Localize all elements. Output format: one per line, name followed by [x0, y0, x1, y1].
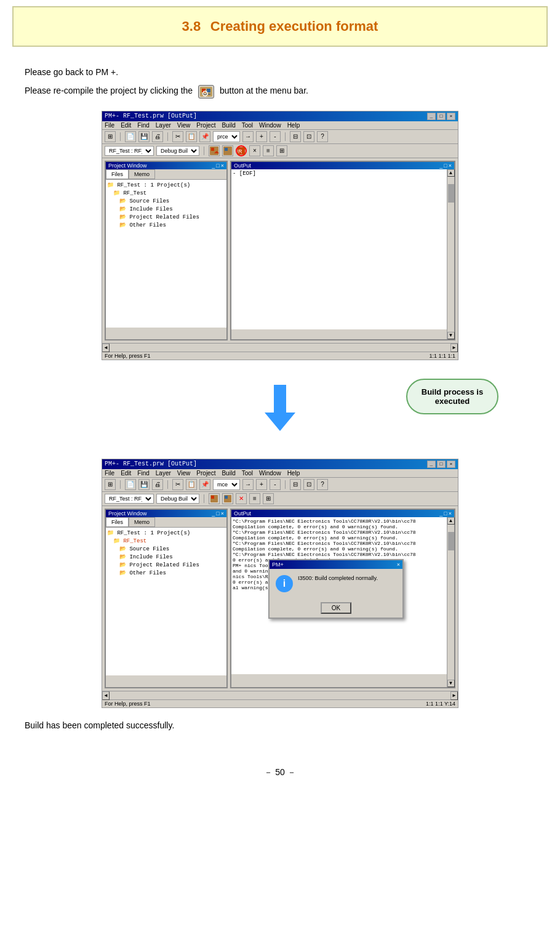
s2-toolbar-btn13[interactable]: ?: [317, 479, 328, 490]
s2-menu-edit[interactable]: Edit: [121, 470, 131, 477]
menu-file[interactable]: File: [105, 122, 114, 129]
rebuild-btn[interactable]: R: [236, 145, 247, 156]
s2-pw-min[interactable]: _: [212, 510, 215, 517]
pw-min[interactable]: _: [212, 163, 215, 169]
hscroll-left[interactable]: ◄: [102, 344, 110, 352]
toolbar-select-prce[interactable]: prce: [213, 131, 240, 142]
menu-edit[interactable]: Edit: [121, 122, 131, 129]
s2-maximize-button[interactable]: □: [437, 461, 446, 468]
s2-close-button[interactable]: ×: [447, 461, 455, 468]
s2-tab-files[interactable]: Files: [106, 517, 129, 527]
s2-scroll-down[interactable]: ▼: [447, 680, 455, 687]
s2-hscroll-right[interactable]: ►: [450, 691, 458, 700]
dialog-ok-button[interactable]: OK: [321, 602, 351, 614]
s2-tab-memo[interactable]: Memo: [129, 517, 155, 527]
s2-toolbar-btn8[interactable]: →: [242, 479, 254, 490]
s2-ow-close[interactable]: ×: [449, 510, 452, 517]
toolbar-btn10[interactable]: -: [270, 131, 281, 142]
s2-hscroll-left[interactable]: ◄: [102, 691, 110, 700]
s2-toolbar-btn11[interactable]: ⊟: [290, 479, 301, 490]
toolbar2-btn6[interactable]: ⊞: [276, 145, 287, 156]
s2-toolbar2-btn6[interactable]: ⊞: [263, 493, 274, 504]
scroll-down[interactable]: ▼: [447, 332, 455, 339]
s2-minimize-button[interactable]: _: [427, 461, 436, 468]
dialog-close[interactable]: ×: [397, 562, 400, 568]
minimize-button[interactable]: _: [427, 113, 436, 120]
menu-layer[interactable]: Layer: [156, 122, 171, 129]
ow-max[interactable]: □: [444, 163, 447, 169]
maximize-button[interactable]: □: [437, 113, 446, 120]
s2-toolbar-btn3[interactable]: 💾: [138, 479, 150, 490]
s2-menu-view[interactable]: View: [177, 470, 191, 477]
stop-btn[interactable]: ×: [249, 145, 260, 156]
toolbar2-btn5[interactable]: ≡: [263, 145, 274, 156]
toolbar-btn1[interactable]: ⊞: [105, 131, 116, 142]
menu-help[interactable]: Help: [287, 122, 300, 129]
menu-window[interactable]: Window: [259, 122, 281, 129]
s2-menu-build[interactable]: Build: [222, 470, 235, 477]
s2-toolbar-btn1[interactable]: ⊞: [105, 479, 116, 490]
s2-toolbar-btn5[interactable]: ✂: [172, 479, 183, 490]
scroll-thumb[interactable]: [448, 184, 454, 203]
build-btn[interactable]: [222, 145, 233, 156]
s2-toolbar-btn9[interactable]: +: [256, 479, 267, 490]
toolbar-btn2[interactable]: 📄: [125, 131, 136, 142]
toolbar-btn12[interactable]: ⊡: [303, 131, 314, 142]
menu-build[interactable]: Build: [222, 122, 235, 129]
s2-menu-find[interactable]: Find: [137, 470, 149, 477]
s2-build-btn[interactable]: [222, 493, 233, 504]
toolbar-btn9[interactable]: +: [256, 131, 267, 142]
scroll-up[interactable]: ▲: [447, 169, 455, 177]
s2-scroll-thumb[interactable]: [448, 532, 454, 550]
s2-menu-help[interactable]: Help: [287, 470, 300, 477]
toolbar-btn11[interactable]: ⊟: [290, 131, 301, 142]
s2-menu-window[interactable]: Window: [259, 470, 281, 477]
s2-pw-close[interactable]: ×: [221, 510, 224, 517]
menu-project[interactable]: Project: [196, 122, 215, 129]
toolbar-btn13[interactable]: ?: [317, 131, 328, 142]
s2-scroll-up[interactable]: ▲: [447, 517, 455, 525]
pw-close[interactable]: ×: [221, 163, 224, 169]
s2-toolbar-btn6[interactable]: 📋: [186, 479, 197, 490]
s2-menu-layer[interactable]: Layer: [156, 470, 171, 477]
s2-pw-max[interactable]: □: [216, 510, 219, 517]
menu-find[interactable]: Find: [137, 122, 149, 129]
screenshot1-scrollbar[interactable]: ▲ ▼: [447, 169, 454, 339]
toolbar-btn3[interactable]: 💾: [138, 131, 150, 142]
toolbar-btn8[interactable]: →: [242, 131, 254, 142]
screenshot2-scrollbar[interactable]: ▲ ▼: [447, 517, 454, 687]
s2-menu-file[interactable]: File: [105, 470, 114, 477]
build-all-btn[interactable]: [209, 145, 220, 156]
s2-menu-project[interactable]: Project: [196, 470, 215, 477]
build-config-select[interactable]: Debug Build: [156, 146, 199, 156]
toolbar-btn5[interactable]: ✂: [172, 131, 183, 142]
s2-toolbar-btn10[interactable]: -: [270, 479, 281, 490]
s2-project-select[interactable]: RF_Test : RF_Test: [105, 494, 154, 504]
s2-ow-min[interactable]: _: [439, 510, 442, 517]
s2-toolbar-select-prce[interactable]: mce: [213, 479, 240, 490]
s2-build-config-select[interactable]: Debug Build: [156, 494, 199, 504]
close-button[interactable]: ×: [447, 113, 455, 120]
s2-build-all-btn[interactable]: [209, 493, 220, 504]
s2-menu-tool[interactable]: Tool: [242, 470, 253, 477]
s2-toolbar2-btn5[interactable]: ≡: [249, 493, 260, 504]
s2-rebuild-btn[interactable]: ✕: [236, 493, 247, 504]
s2-toolbar-btn12[interactable]: ⊡: [303, 479, 314, 490]
toolbar-btn7[interactable]: 📌: [199, 131, 210, 142]
menu-tool[interactable]: Tool: [242, 122, 253, 129]
s2-ow-max[interactable]: □: [444, 510, 447, 517]
project-select[interactable]: RF_Test : RF_Test: [105, 146, 154, 156]
pw-max[interactable]: □: [216, 163, 219, 169]
ow-close[interactable]: ×: [449, 163, 452, 169]
s2-toolbar-btn2[interactable]: 📄: [125, 479, 136, 490]
tab-files[interactable]: Files: [106, 169, 129, 179]
ow-min[interactable]: _: [439, 163, 442, 169]
toolbar-btn6[interactable]: 📋: [186, 131, 197, 142]
s2-toolbar-btn4[interactable]: 🖨: [152, 479, 163, 490]
toolbar-btn4[interactable]: 🖨: [152, 131, 163, 142]
hscroll-right[interactable]: ►: [450, 344, 458, 352]
tab-memo[interactable]: Memo: [129, 169, 155, 179]
menu-view[interactable]: View: [177, 122, 191, 129]
screenshot1-project-tabs: Files Memo: [106, 169, 226, 180]
s2-toolbar-btn7[interactable]: 📌: [199, 479, 210, 490]
